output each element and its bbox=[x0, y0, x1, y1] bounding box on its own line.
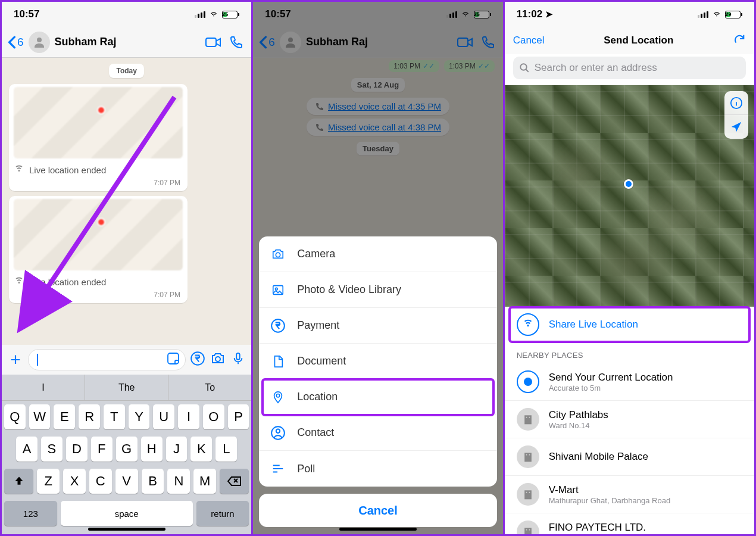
svg-rect-25 bbox=[524, 490, 532, 499]
map-view[interactable] bbox=[505, 85, 754, 307]
status-right: 25 bbox=[195, 10, 239, 18]
key-n[interactable]: N bbox=[167, 469, 190, 494]
svg-rect-23 bbox=[526, 454, 527, 456]
key-s[interactable]: S bbox=[41, 437, 63, 462]
camera-icon bbox=[270, 246, 286, 263]
location-message[interactable]: Live location ended 7:07 PM bbox=[9, 196, 188, 303]
place-icon bbox=[517, 445, 539, 468]
place-icon bbox=[517, 483, 539, 506]
key-m[interactable]: M bbox=[193, 469, 216, 494]
svg-rect-28 bbox=[524, 528, 532, 536]
message-time: 7:07 PM bbox=[14, 177, 183, 188]
chat-header: 6 Subham Raj bbox=[2, 27, 251, 58]
wifi-icon bbox=[208, 10, 219, 18]
place-item[interactable]: Shivani Mobile Palace bbox=[505, 438, 754, 476]
search-input[interactable]: Search or enter an address bbox=[513, 57, 746, 79]
key-x[interactable]: X bbox=[63, 469, 86, 494]
voice-call-icon[interactable] bbox=[227, 33, 245, 51]
key-z[interactable]: Z bbox=[37, 469, 60, 494]
svg-rect-1 bbox=[206, 38, 216, 46]
clock: 10:57 bbox=[14, 8, 39, 20]
key-i[interactable]: I bbox=[178, 404, 199, 429]
payment-icon[interactable] bbox=[189, 351, 206, 369]
key-y[interactable]: Y bbox=[129, 404, 150, 429]
key-l[interactable]: L bbox=[215, 437, 237, 462]
key-g[interactable]: G bbox=[116, 437, 138, 462]
sheet-photo[interactable]: Photo & Video Library bbox=[259, 272, 496, 308]
space-key[interactable]: space bbox=[61, 501, 193, 526]
numbers-key[interactable]: 123 bbox=[4, 501, 57, 526]
map-pin-icon bbox=[97, 218, 105, 226]
place-item[interactable]: City PathlabsWard No.14 bbox=[505, 401, 754, 438]
key-o[interactable]: O bbox=[203, 404, 224, 429]
key-b[interactable]: B bbox=[142, 469, 164, 494]
svg-rect-24 bbox=[529, 454, 530, 456]
current-location-dot bbox=[624, 179, 633, 189]
keyboard[interactable]: I The To QWERTYUIOP ASDFGHJKL ZXCVBNM 12… bbox=[2, 375, 251, 534]
svg-rect-21 bbox=[529, 417, 530, 418]
sheet-poll[interactable]: Poll bbox=[259, 451, 496, 487]
svg-rect-22 bbox=[524, 453, 532, 462]
key-p[interactable]: P bbox=[228, 404, 249, 429]
info-button[interactable] bbox=[724, 91, 748, 115]
home-indicator[interactable] bbox=[88, 528, 165, 531]
svg-rect-20 bbox=[526, 417, 527, 418]
back-button[interactable]: 6 bbox=[8, 36, 24, 49]
predictive-text[interactable]: I The To bbox=[2, 375, 251, 401]
key-r[interactable]: R bbox=[79, 404, 100, 429]
home-indicator[interactable] bbox=[339, 528, 417, 531]
key-j[interactable]: J bbox=[166, 437, 188, 462]
cancel-button[interactable]: Cancel bbox=[259, 494, 496, 527]
key-a[interactable]: A bbox=[16, 437, 38, 462]
location-message[interactable]: Live location ended 7:07 PM bbox=[9, 84, 188, 191]
sticker-icon[interactable] bbox=[166, 351, 180, 368]
sheet-payment[interactable]: Payment bbox=[259, 308, 496, 344]
backspace-key[interactable] bbox=[220, 469, 249, 494]
cellular-signal-icon bbox=[698, 11, 708, 18]
return-key[interactable]: return bbox=[196, 501, 249, 526]
modal-header: Cancel Send Location bbox=[505, 27, 754, 54]
attach-button[interactable]: + bbox=[7, 350, 24, 370]
key-v[interactable]: V bbox=[115, 469, 138, 494]
key-h[interactable]: H bbox=[141, 437, 163, 462]
key-t[interactable]: T bbox=[104, 404, 125, 429]
camera-icon[interactable] bbox=[210, 351, 226, 368]
cancel-button[interactable]: Cancel bbox=[513, 35, 545, 46]
shift-key[interactable] bbox=[4, 469, 33, 494]
date-separator: Today bbox=[109, 64, 143, 78]
document-icon bbox=[270, 353, 286, 370]
photo-icon bbox=[270, 282, 286, 298]
key-k[interactable]: K bbox=[190, 437, 212, 462]
wifi-icon bbox=[711, 10, 722, 18]
refresh-button[interactable] bbox=[733, 33, 746, 48]
sheet-document[interactable]: Document bbox=[259, 344, 496, 379]
key-q[interactable]: Q bbox=[4, 404, 26, 429]
message-input[interactable] bbox=[28, 349, 186, 370]
sheet-camera[interactable]: Camera bbox=[259, 236, 496, 272]
sheet-contact[interactable]: Contact bbox=[259, 415, 496, 451]
microphone-icon[interactable] bbox=[230, 350, 246, 369]
svg-rect-6 bbox=[237, 353, 240, 360]
status-bar: 11:02 ➤ 29 bbox=[505, 2, 754, 27]
svg-point-5 bbox=[215, 357, 220, 362]
avatar[interactable] bbox=[29, 32, 50, 53]
contact-name[interactable]: Subham Raj bbox=[55, 36, 201, 48]
key-w[interactable]: W bbox=[29, 404, 51, 429]
svg-rect-3 bbox=[168, 353, 179, 364]
text-cursor bbox=[37, 354, 38, 366]
map-pin-icon bbox=[97, 106, 105, 114]
place-item[interactable]: V-MartMathurapur Ghat, Darbhanga Road bbox=[505, 476, 754, 513]
send-current-location[interactable]: Send Your Current LocationAccurate to 5m bbox=[505, 363, 754, 401]
map-preview bbox=[14, 199, 183, 270]
key-u[interactable]: U bbox=[153, 404, 174, 429]
place-item[interactable]: FINO PAYTECH LTD.BESIDE OF KRISHNA HOSPI… bbox=[505, 513, 754, 536]
key-f[interactable]: F bbox=[91, 437, 113, 462]
broadcast-icon bbox=[14, 276, 24, 287]
key-e[interactable]: E bbox=[54, 404, 75, 429]
key-d[interactable]: D bbox=[66, 437, 88, 462]
map-controls bbox=[724, 91, 748, 139]
recenter-button[interactable] bbox=[724, 115, 748, 139]
svg-rect-29 bbox=[526, 529, 527, 531]
key-c[interactable]: C bbox=[89, 469, 112, 494]
video-call-icon[interactable] bbox=[205, 33, 223, 51]
